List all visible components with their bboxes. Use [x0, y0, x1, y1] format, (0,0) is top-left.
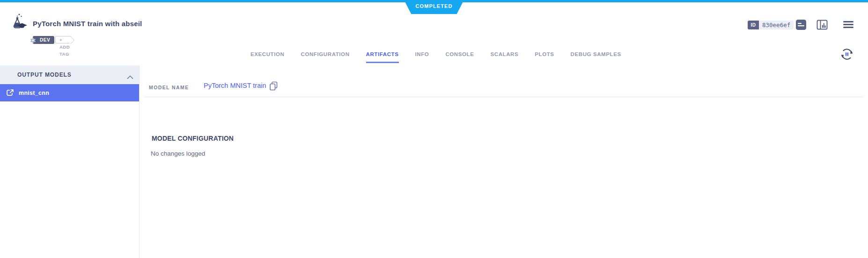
chevron-up-icon[interactable]	[127, 73, 133, 81]
model-name-divider	[144, 97, 863, 97]
model-name-label: MODEL NAME	[149, 85, 189, 90]
output-models-header: OUTPUT MODELS	[0, 65, 139, 84]
gear-icon	[30, 37, 36, 45]
sidebar-item-mnist-cnn[interactable]: mnist_cnn	[0, 84, 139, 101]
id-value: 830ee6ef	[759, 21, 794, 29]
auto-refresh-icon[interactable]	[840, 47, 854, 61]
output-models-title: OUTPUT MODELS	[17, 72, 72, 78]
tab-info[interactable]: INFO	[415, 51, 429, 63]
sidebar-item-label: mnist_cnn	[19, 90, 49, 96]
experiment-id-chip[interactable]: ID 830ee6ef	[748, 21, 794, 29]
experiment-detail-page: COMPLETED PyTorch MNIST train with absei…	[0, 0, 868, 258]
menu-icon[interactable]	[843, 21, 853, 28]
id-label: ID	[748, 21, 759, 29]
model-configuration-empty-text: No changes logged	[151, 150, 205, 157]
experiment-icon	[9, 13, 27, 32]
tab-execution[interactable]: EXECUTION	[250, 51, 285, 63]
table-view-icon[interactable]	[817, 19, 828, 32]
add-tag-button[interactable]: + ADD TAG	[55, 36, 71, 43]
page-title: PyTorch MNIST train with abseil	[33, 20, 142, 28]
model-name-link[interactable]: PyTorch MNIST train	[204, 82, 266, 89]
open-model-icon	[6, 89, 14, 99]
status-badge: COMPLETED	[404, 0, 464, 14]
tab-configuration[interactable]: CONFIGURATION	[301, 51, 350, 63]
details-view-icon[interactable]	[795, 19, 807, 32]
sidebar-divider	[139, 65, 140, 258]
tab-plots[interactable]: PLOTS	[535, 51, 554, 63]
model-configuration-heading: MODEL CONFIGURATION	[152, 135, 234, 142]
tab-artifacts[interactable]: ARTIFACTS	[366, 51, 399, 63]
tab-debug-samples[interactable]: DEBUG SAMPLES	[571, 51, 621, 63]
tab-bar: EXECUTION CONFIGURATION ARTIFACTS INFO C…	[250, 51, 621, 63]
copy-icon[interactable]	[269, 81, 278, 93]
tab-scalars[interactable]: SCALARS	[490, 51, 518, 63]
tab-console[interactable]: CONSOLE	[445, 51, 474, 63]
